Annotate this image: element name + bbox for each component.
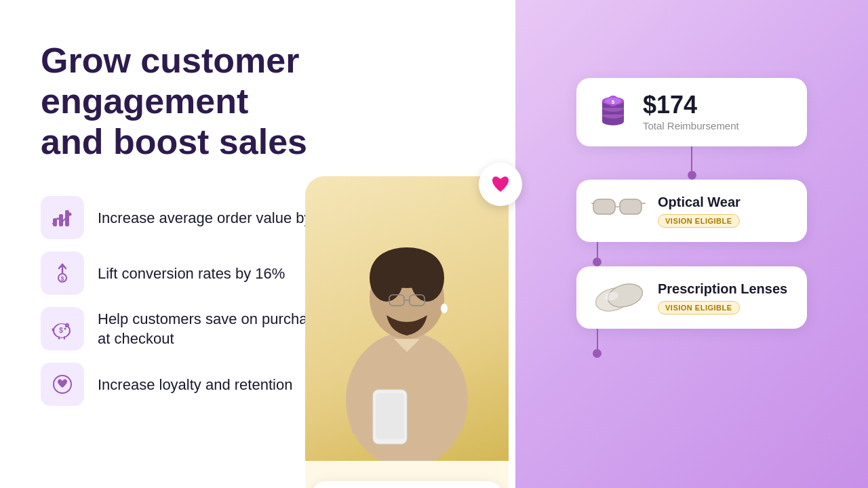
optical-info: Optical Wear VISION ELIGIBLE <box>658 195 741 228</box>
person-photo <box>305 176 509 461</box>
feature-text-conversion: Lift conversion rates by 16% <box>98 264 285 284</box>
lenses-vision-badge: VISION ELIGIBLE <box>658 301 740 314</box>
optical-vision-badge: VISION ELIGIBLE <box>658 214 740 228</box>
svg-point-3 <box>68 213 72 216</box>
piggy-icon-box: $ <box>41 307 84 350</box>
optical-wear-image <box>591 192 646 230</box>
loyalty-icon <box>51 373 74 396</box>
products-container: Optical Wear VISION ELIGIBLE <box>576 180 807 329</box>
reimbursement-card: $ $174 Total Reimbursement <box>576 78 807 146</box>
svg-text:$: $ <box>60 275 64 282</box>
piggy-icon: $ <box>51 317 74 340</box>
bar-chart-icon-box <box>41 196 84 239</box>
glasses-icon <box>591 195 646 226</box>
dot-3 <box>593 349 601 358</box>
optical-name: Optical Wear <box>658 195 741 210</box>
dot-1 <box>688 171 696 180</box>
person-silhouette <box>319 190 495 461</box>
person-info-card: Mike Saunders <box>312 481 502 488</box>
svg-text:$: $ <box>612 99 615 105</box>
reimb-info: $174 Total Reimbursement <box>643 93 739 131</box>
svg-point-8 <box>64 328 66 330</box>
v-line-1 <box>691 146 692 171</box>
h-connector <box>576 242 807 266</box>
svg-rect-32 <box>593 199 615 214</box>
person-area: Mike Saunders <box>298 176 515 488</box>
heart-badge <box>479 163 522 206</box>
svg-rect-21 <box>376 393 404 439</box>
product-card-lenses: Prescription Lenses VISION ELIGIBLE <box>576 266 807 329</box>
lenses-info: Prescription Lenses VISION ELIGIBLE <box>658 281 787 314</box>
svg-point-19 <box>441 304 448 313</box>
dot-2 <box>593 258 601 266</box>
conversion-icon: $ <box>51 262 74 285</box>
lens-icon <box>591 281 646 314</box>
right-content: $ $174 Total Reimbursement <box>515 41 868 358</box>
feature-text-loyalty: Increase loyalty and retention <box>98 375 292 395</box>
v-line-3 <box>597 329 598 349</box>
bottom-connector <box>576 329 807 358</box>
person-card <box>305 176 509 488</box>
svg-rect-33 <box>620 199 642 214</box>
connector-top <box>576 146 807 180</box>
right-panel: $ $174 Total Reimbursement <box>515 0 868 488</box>
heart-icon <box>490 174 511 195</box>
prescription-lens-image <box>591 279 646 317</box>
left-panel: Grow customer engagement and boost sales… <box>0 0 515 488</box>
svg-text:$: $ <box>59 327 63 334</box>
conversion-icon-box: $ <box>41 251 84 295</box>
coin-stack-icon-box: $ <box>595 95 631 130</box>
loyalty-icon-box <box>41 363 84 406</box>
feature-text-save: Help customers save on purchasesat check… <box>98 309 331 349</box>
reimb-label: Total Reimbursement <box>643 120 739 131</box>
product-card-optical: Optical Wear VISION ELIGIBLE <box>576 180 807 242</box>
lenses-name: Prescription Lenses <box>658 281 787 297</box>
coin-stack-icon: $ <box>596 96 630 129</box>
reimb-amount: $174 <box>643 93 739 117</box>
main-title: Grow customer engagement and boost sales <box>41 41 475 162</box>
bar-chart-icon <box>51 206 74 229</box>
